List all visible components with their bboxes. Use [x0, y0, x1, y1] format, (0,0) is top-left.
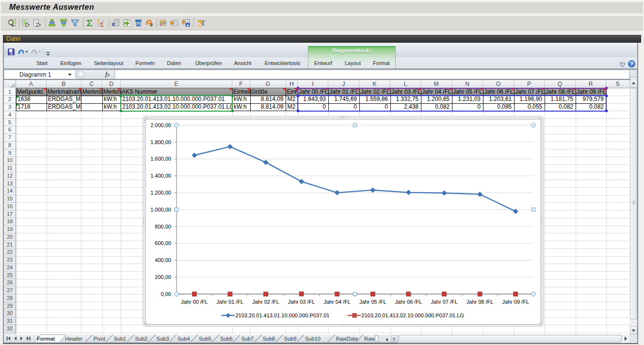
svg-text:2103.20.01.413.01.10.000.000.P: 2103.20.01.413.01.10.000.000.P037.01	[236, 312, 330, 318]
svg-text:600,00: 600,00	[155, 240, 171, 246]
svg-text:Jahr 01 /FL: Jahr 01 /FL	[217, 299, 244, 305]
svg-text:800,00: 800,00	[155, 224, 171, 230]
svg-text:Jahr 03 /FL: Jahr 03 /FL	[288, 299, 315, 305]
svg-text:400,00: 400,00	[155, 257, 171, 263]
svg-text:2.000,00: 2.000,00	[150, 122, 171, 128]
svg-text:1.000,00: 1.000,00	[150, 207, 171, 213]
svg-text:Jahr 02 /FL: Jahr 02 /FL	[252, 299, 279, 305]
svg-text:1.400,00: 1.400,00	[150, 173, 171, 179]
svg-text:Jahr 04 /FL: Jahr 04 /FL	[323, 299, 351, 305]
svg-text:2103.20.01.413.02.10.000.000.P: 2103.20.01.413.02.10.000.000.P037.01.LG	[361, 312, 464, 318]
svg-text:0,00: 0,00	[161, 291, 171, 297]
svg-text:1.200,00: 1.200,00	[150, 190, 171, 196]
svg-text:Jahr 06 /FL: Jahr 06 /FL	[395, 299, 422, 305]
svg-text:1.800,00: 1.800,00	[150, 139, 171, 145]
svg-text:Jahr 09 /FL: Jahr 09 /FL	[502, 299, 529, 305]
svg-text:Jahr 08 /FL: Jahr 08 /FL	[467, 299, 494, 305]
svg-text:Jahr 07 /FL: Jahr 07 /FL	[431, 299, 458, 305]
svg-text:Jahr 00 /FL: Jahr 00 /FL	[181, 299, 208, 305]
svg-text:Jahr 05 /FL: Jahr 05 /FL	[359, 299, 386, 305]
svg-text:1.600,00: 1.600,00	[150, 156, 171, 162]
svg-text:200,00: 200,00	[155, 274, 171, 280]
